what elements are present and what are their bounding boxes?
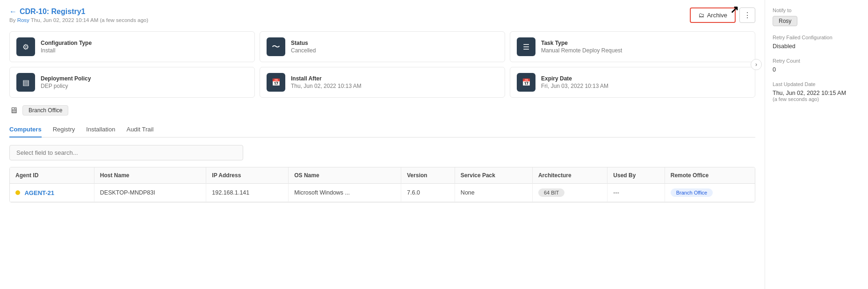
page-subtitle: By Rosy Thu, Jun 02, 2022 10:14 AM (a fe… bbox=[9, 17, 148, 23]
sidebar-last-updated-section: Last Updated Date Thu, Jun 02, 2022 10:1… bbox=[773, 81, 861, 102]
expiry-date-label: Expiry Date bbox=[541, 75, 608, 82]
col-remote-office: Remote Office bbox=[665, 167, 755, 184]
notify-to-value: Rosy bbox=[773, 16, 797, 26]
header-relative-time: (a few seconds ago) bbox=[100, 17, 149, 23]
status-label: Status bbox=[291, 40, 316, 46]
search-input[interactable] bbox=[9, 145, 243, 160]
info-card-expiry-date: 📅 Expiry Date Fri, Jun 03, 2022 10:13 AM bbox=[510, 67, 755, 98]
info-card-status: 〜 Status Cancelled bbox=[260, 31, 505, 62]
tab-installation[interactable]: Installation bbox=[86, 122, 115, 137]
info-card-configuration-type: ⚙ Configuration Type Install bbox=[9, 31, 255, 62]
last-updated-value: Thu, Jun 02, 2022 10:15 AM bbox=[773, 90, 861, 96]
col-os-name: OS Name bbox=[289, 167, 401, 184]
deployment-policy-value: DEP policy bbox=[41, 83, 91, 89]
back-link[interactable]: ← CDR-10: Registry1 bbox=[9, 7, 148, 16]
col-ip-address: IP Address bbox=[206, 167, 289, 184]
col-host-name: Host Name bbox=[94, 167, 206, 184]
sidebar: Notify to Rosy Retry Failed Configuratio… bbox=[765, 0, 868, 289]
cell-host-name: DESKTOP-MNDP83I bbox=[94, 184, 206, 202]
info-card-install-after: 📅 Install After Thu, Jun 02, 2022 10:13 … bbox=[260, 67, 505, 98]
agent-status-dot bbox=[15, 190, 20, 195]
computers-table: Agent ID Host Name IP Address OS Name Ve… bbox=[9, 167, 755, 202]
archive-button[interactable]: 🗂 Archive bbox=[690, 7, 736, 23]
retry-failed-label: Retry Failed Configuration bbox=[773, 35, 861, 40]
branch-office-icon: 🖥 bbox=[9, 106, 18, 116]
header-actions: ↗ 🗂 Archive ⋮ bbox=[690, 7, 755, 23]
agent-id-link[interactable]: AGENT-21 bbox=[24, 189, 54, 196]
last-updated-label: Last Updated Date bbox=[773, 81, 861, 87]
status-icon: 〜 bbox=[267, 37, 285, 56]
install-after-icon: 📅 bbox=[267, 73, 285, 92]
info-card-task-type: ☰ Task Type Manual Remote Deploy Request bbox=[510, 31, 755, 62]
last-updated-relative: (a few seconds ago) bbox=[773, 96, 861, 102]
branch-office-tag: Branch Office bbox=[22, 105, 68, 116]
remote-office-badge: Branch Office bbox=[671, 188, 713, 197]
archive-icon: 🗂 bbox=[698, 12, 704, 19]
tab-computers[interactable]: Computers bbox=[9, 122, 42, 137]
arrow-indicator: ↗ bbox=[730, 4, 738, 16]
sidebar-retry-failed-section: Retry Failed Configuration Disabled bbox=[773, 35, 861, 50]
configuration-type-icon: ⚙ bbox=[16, 37, 35, 56]
col-service-pack: Service Pack bbox=[455, 167, 532, 184]
status-value: Cancelled bbox=[291, 47, 316, 54]
cards-chevron-button[interactable]: › bbox=[751, 59, 762, 70]
notify-to-label: Notify to bbox=[773, 7, 861, 13]
archive-label: Archive bbox=[707, 12, 727, 19]
cell-service-pack: None bbox=[455, 184, 532, 202]
configuration-type-value: Install bbox=[41, 47, 92, 54]
install-after-value: Thu, Jun 02, 2022 10:13 AM bbox=[291, 83, 362, 89]
col-version: Version bbox=[401, 167, 455, 184]
branch-section: 🖥 Branch Office bbox=[9, 105, 755, 116]
deployment-policy-label: Deployment Policy bbox=[41, 75, 91, 82]
page-title: CDR-10: Registry1 bbox=[20, 7, 85, 16]
task-type-icon: ☰ bbox=[517, 37, 535, 56]
expiry-date-value: Fri, Jun 03, 2022 10:13 AM bbox=[541, 83, 608, 89]
cell-agent-id: AGENT-21 bbox=[10, 184, 94, 202]
task-type-label: Task Type bbox=[541, 40, 622, 46]
configuration-type-label: Configuration Type bbox=[41, 40, 92, 46]
col-architecture: Architecture bbox=[532, 167, 607, 184]
info-cards-grid: ⚙ Configuration Type Install 〜 Status Ca… bbox=[9, 31, 755, 98]
retry-count-label: Retry Count bbox=[773, 58, 861, 64]
kebab-icon: ⋮ bbox=[744, 11, 751, 20]
back-arrow-icon: ← bbox=[9, 7, 17, 16]
retry-failed-value: Disabled bbox=[773, 43, 861, 50]
tab-registry[interactable]: Registry bbox=[53, 122, 75, 137]
col-agent-id: Agent ID bbox=[10, 167, 94, 184]
install-after-label: Install After bbox=[291, 75, 362, 82]
cell-used-by: --- bbox=[608, 184, 665, 202]
cell-ip-address: 192.168.1.141 bbox=[206, 184, 289, 202]
header-datetime: Thu, Jun 02, 2022 10:14 AM bbox=[31, 17, 99, 23]
tab-audit-trail[interactable]: Audit Trail bbox=[126, 122, 153, 137]
cell-architecture: 64 BIT bbox=[532, 184, 607, 202]
sidebar-notify-section: Notify to Rosy bbox=[773, 7, 861, 26]
expiry-date-icon: 📅 bbox=[517, 73, 535, 92]
info-card-deployment-policy: ▤ Deployment Policy DEP policy bbox=[9, 67, 255, 98]
cell-os-name: Microsoft Windows ... bbox=[289, 184, 401, 202]
sidebar-retry-count-section: Retry Count 0 bbox=[773, 58, 861, 73]
cell-version: 7.6.0 bbox=[401, 184, 455, 202]
cell-remote-office: Branch Office bbox=[665, 184, 755, 202]
task-type-value: Manual Remote Deploy Request bbox=[541, 47, 622, 54]
author-link[interactable]: Rosy bbox=[17, 17, 29, 23]
kebab-menu-button[interactable]: ⋮ bbox=[739, 7, 755, 23]
architecture-badge: 64 BIT bbox=[538, 188, 564, 197]
col-used-by: Used By bbox=[608, 167, 665, 184]
main-tabs: Computers Registry Installation Audit Tr… bbox=[9, 122, 755, 137]
deployment-policy-icon: ▤ bbox=[16, 73, 35, 92]
retry-count-value: 0 bbox=[773, 66, 861, 73]
table-row: AGENT-21 DESKTOP-MNDP83I 192.168.1.141 M… bbox=[10, 184, 755, 202]
